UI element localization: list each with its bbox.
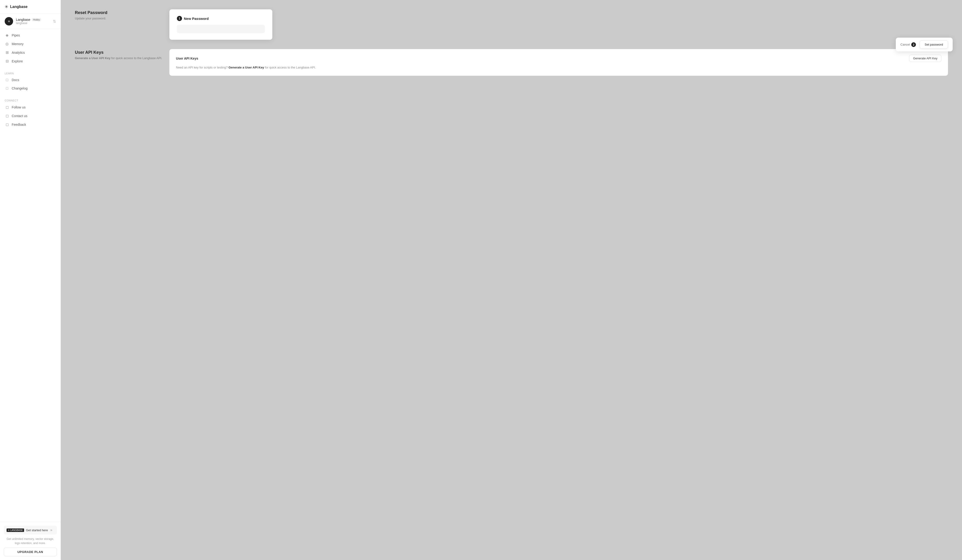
user-api-keys-section: User API Keys Generate a User API Key fo… [75, 49, 948, 76]
sidebar-item-follow-us[interactable]: ◻ Follow us [0, 103, 61, 111]
get-started-banner[interactable]: ✳ LANGBASE Get started here » [4, 526, 57, 534]
reset-password-title: Reset Password [75, 10, 164, 15]
docs-icon: □ [5, 78, 10, 82]
api-keys-description: Need an API key for scripts or testing? … [176, 65, 941, 70]
cancel-link[interactable]: Cancel 2 [901, 42, 916, 47]
sidebar-item-label: Pipes [12, 34, 20, 37]
contact-icon: ◻ [5, 114, 10, 118]
sidebar-item-memory[interactable]: ◎ Memory [0, 40, 61, 48]
workspace-name: Langbase Hobby [16, 18, 41, 21]
sidebar-item-label: Docs [12, 78, 19, 82]
main-content: Reset Password Update your password. 1 N… [61, 0, 962, 560]
workspace-info: Langbase Hobby langbase [16, 18, 41, 25]
reset-password-left: Reset Password Update your password. [75, 10, 164, 20]
api-keys-card: User API Keys Generate API Key Need an A… [169, 49, 948, 76]
set-password-popover: Cancel 2 Set password [896, 38, 952, 51]
user-api-keys-title: User API Keys [75, 50, 164, 55]
sidebar-logo: ✳ Langbase [0, 0, 61, 14]
sidebar-item-label: Feedback [12, 123, 26, 126]
explore-icon: ⊟ [5, 59, 10, 63]
upgrade-info: Get unlimited memory, vector storage, lo… [4, 537, 57, 545]
get-started-arrow: » [50, 528, 52, 532]
sidebar-item-docs[interactable]: □ Docs [0, 76, 61, 84]
sidebar-item-label: Explore [12, 60, 23, 63]
api-keys-card-header: User API Keys Generate API Key [176, 55, 941, 62]
new-password-label: 1 New Password [177, 16, 265, 21]
sidebar-bottom: ✳ LANGBASE Get started here » Get unlimi… [0, 522, 61, 560]
feedback-icon: ◻ [5, 122, 10, 127]
password-card-wrapper: 1 New Password Cancel 2 Set password [169, 10, 948, 40]
sidebar-item-contact-us[interactable]: ◻ Contact us [0, 111, 61, 120]
reset-password-section: Reset Password Update your password. 1 N… [75, 10, 948, 40]
workspace-left: ✳ Langbase Hobby langbase [5, 17, 41, 26]
password-card: 1 New Password [169, 10, 272, 40]
workspace-slug: langbase [16, 21, 41, 25]
avatar: ✳ [5, 17, 13, 26]
sidebar-item-label: Follow us [12, 105, 26, 109]
analytics-icon: ⊞ [5, 50, 10, 55]
sidebar: ✳ Langbase ✳ Langbase Hobby langbase ⇅ ◈… [0, 0, 61, 560]
sidebar-item-analytics[interactable]: ⊞ Analytics [0, 48, 61, 57]
sidebar-item-label: Analytics [12, 51, 25, 55]
chevron-icon: ⇅ [53, 19, 56, 24]
sidebar-item-label: Memory [12, 42, 24, 46]
sidebar-item-changelog[interactable]: □ Changelog [0, 84, 61, 93]
avatar-icon: ✳ [8, 19, 10, 23]
follow-icon: ◻ [5, 105, 10, 109]
connect-section: Connect ◻ Follow us ◻ Contact us ◻ Feedb… [0, 95, 61, 130]
app-name: Langbase [10, 5, 27, 9]
generate-api-key-button[interactable]: Generate API Key [909, 55, 941, 62]
main-nav: ◈ Pipes ◎ Memory ⊞ Analytics ⊟ Explore [0, 29, 61, 67]
workspace-selector[interactable]: ✳ Langbase Hobby langbase ⇅ [0, 14, 61, 29]
get-started-text: Get started here [26, 528, 48, 532]
sidebar-item-feedback[interactable]: ◻ Feedback [0, 120, 61, 129]
step-badge-1: 1 [177, 16, 182, 21]
set-password-button[interactable]: Set password [920, 40, 948, 48]
reset-password-subtitle: Update your password. [75, 17, 164, 20]
logo-icon: ✳ [5, 4, 8, 10]
upgrade-plan-button[interactable]: UPGRADE PLAN [4, 548, 57, 556]
get-started-icon: ✳ LANGBASE [6, 528, 24, 532]
sidebar-item-pipes[interactable]: ◈ Pipes [0, 31, 61, 40]
sidebar-item-explore[interactable]: ⊟ Explore [0, 57, 61, 66]
changelog-icon: □ [5, 86, 10, 90]
learn-section-label: Learn [0, 69, 61, 76]
sidebar-item-label: Changelog [12, 87, 27, 90]
new-password-input[interactable] [177, 25, 265, 33]
user-api-keys-subtitle: Generate a User API Key for quick access… [75, 56, 164, 60]
connect-section-label: Connect [0, 96, 61, 103]
memory-icon: ◎ [5, 42, 10, 46]
user-api-keys-left: User API Keys Generate a User API Key fo… [75, 49, 164, 60]
content-overlay: Reset Password Update your password. 1 N… [61, 0, 962, 560]
learn-section: Learn □ Docs □ Changelog [0, 67, 61, 95]
pipes-icon: ◈ [5, 33, 10, 37]
workspace-badge: Hobby [32, 18, 41, 21]
cancel-step-badge: 2 [911, 42, 916, 47]
sidebar-item-label: Contact us [12, 114, 27, 118]
